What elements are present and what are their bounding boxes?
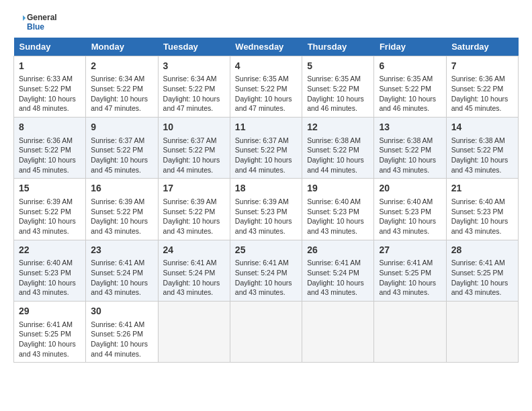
day-cell: 9Sunrise: 6:37 AM Sunset: 5:22 PM Daylig…: [86, 117, 158, 178]
day-info: Sunrise: 6:41 AM Sunset: 5:24 PM Dayligh…: [91, 258, 152, 298]
header-cell-friday: Friday: [374, 38, 446, 56]
day-info: Sunrise: 6:35 AM Sunset: 5:22 PM Dayligh…: [235, 74, 297, 113]
week-row-2: 8Sunrise: 6:36 AM Sunset: 5:22 PM Daylig…: [14, 117, 519, 178]
header-cell-thursday: Thursday: [302, 38, 374, 56]
day-cell: 12Sunrise: 6:38 AM Sunset: 5:22 PM Dayli…: [302, 117, 374, 178]
day-number: 3: [163, 60, 225, 73]
day-number: 8: [19, 121, 81, 134]
day-cell: 13Sunrise: 6:38 AM Sunset: 5:22 PM Dayli…: [374, 117, 446, 178]
calendar-table: SundayMondayTuesdayWednesdayThursdayFrid…: [13, 38, 519, 363]
day-info: Sunrise: 6:38 AM Sunset: 5:22 PM Dayligh…: [451, 136, 513, 175]
day-info: Sunrise: 6:39 AM Sunset: 5:23 PM Dayligh…: [235, 197, 297, 236]
day-number: 4: [235, 60, 297, 73]
header-cell-wednesday: Wednesday: [230, 38, 302, 56]
day-info: Sunrise: 6:34 AM Sunset: 5:22 PM Dayligh…: [163, 74, 225, 113]
day-cell: 25Sunrise: 6:41 AM Sunset: 5:24 PM Dayli…: [230, 240, 302, 301]
day-cell: 29Sunrise: 6:41 AM Sunset: 5:25 PM Dayli…: [14, 301, 86, 362]
day-info: Sunrise: 6:37 AM Sunset: 5:22 PM Dayligh…: [163, 136, 225, 175]
day-info: Sunrise: 6:39 AM Sunset: 5:22 PM Dayligh…: [91, 197, 152, 236]
day-number: 23: [91, 244, 152, 257]
day-cell: 16Sunrise: 6:39 AM Sunset: 5:22 PM Dayli…: [86, 179, 158, 240]
day-info: Sunrise: 6:37 AM Sunset: 5:22 PM Dayligh…: [235, 136, 297, 175]
day-info: Sunrise: 6:35 AM Sunset: 5:22 PM Dayligh…: [379, 74, 441, 113]
day-cell: 22Sunrise: 6:40 AM Sunset: 5:23 PM Dayli…: [14, 240, 86, 301]
day-cell: [374, 301, 446, 362]
day-info: Sunrise: 6:36 AM Sunset: 5:22 PM Dayligh…: [19, 136, 81, 175]
header-cell-saturday: Saturday: [446, 38, 518, 56]
day-info: Sunrise: 6:36 AM Sunset: 5:22 PM Dayligh…: [451, 74, 513, 113]
day-cell: 5Sunrise: 6:35 AM Sunset: 5:22 PM Daylig…: [302, 56, 374, 117]
logo-icon: [13, 15, 26, 30]
svg-marker-1: [23, 15, 26, 21]
day-cell: 1Sunrise: 6:33 AM Sunset: 5:22 PM Daylig…: [14, 56, 86, 117]
day-number: 16: [91, 182, 152, 195]
day-info: Sunrise: 6:41 AM Sunset: 5:25 PM Dayligh…: [19, 320, 81, 359]
header-row: SundayMondayTuesdayWednesdayThursdayFrid…: [14, 38, 519, 56]
week-row-4: 22Sunrise: 6:40 AM Sunset: 5:23 PM Dayli…: [14, 240, 519, 301]
day-number: 25: [235, 244, 297, 257]
day-info: Sunrise: 6:41 AM Sunset: 5:24 PM Dayligh…: [307, 258, 369, 298]
day-cell: 21Sunrise: 6:40 AM Sunset: 5:23 PM Dayli…: [446, 179, 518, 240]
day-info: Sunrise: 6:37 AM Sunset: 5:22 PM Dayligh…: [91, 136, 152, 175]
day-number: 2: [91, 60, 152, 73]
day-cell: 17Sunrise: 6:39 AM Sunset: 5:22 PM Dayli…: [158, 179, 230, 240]
day-number: 24: [163, 244, 225, 257]
day-number: 26: [307, 244, 369, 257]
day-cell: 28Sunrise: 6:41 AM Sunset: 5:25 PM Dayli…: [446, 240, 518, 301]
day-info: Sunrise: 6:41 AM Sunset: 5:25 PM Dayligh…: [451, 258, 513, 298]
day-number: 20: [379, 182, 441, 195]
day-number: 19: [307, 182, 369, 195]
day-info: Sunrise: 6:38 AM Sunset: 5:22 PM Dayligh…: [307, 136, 369, 175]
day-info: Sunrise: 6:41 AM Sunset: 5:24 PM Dayligh…: [163, 258, 225, 298]
day-number: 11: [235, 121, 297, 134]
day-cell: 7Sunrise: 6:36 AM Sunset: 5:22 PM Daylig…: [446, 56, 518, 117]
day-cell: 19Sunrise: 6:40 AM Sunset: 5:23 PM Dayli…: [302, 179, 374, 240]
day-number: 1: [19, 60, 81, 73]
day-number: 10: [163, 121, 225, 134]
day-cell: 26Sunrise: 6:41 AM Sunset: 5:24 PM Dayli…: [302, 240, 374, 301]
day-cell: 10Sunrise: 6:37 AM Sunset: 5:22 PM Dayli…: [158, 117, 230, 178]
day-info: Sunrise: 6:39 AM Sunset: 5:22 PM Dayligh…: [163, 197, 225, 236]
day-cell: 4Sunrise: 6:35 AM Sunset: 5:22 PM Daylig…: [230, 56, 302, 117]
day-info: Sunrise: 6:40 AM Sunset: 5:23 PM Dayligh…: [19, 258, 81, 298]
header-cell-tuesday: Tuesday: [158, 38, 230, 56]
logo-text-line2: Blue: [27, 23, 57, 32]
day-info: Sunrise: 6:35 AM Sunset: 5:22 PM Dayligh…: [307, 74, 369, 113]
day-number: 17: [163, 182, 225, 195]
week-row-3: 15Sunrise: 6:39 AM Sunset: 5:22 PM Dayli…: [14, 179, 519, 240]
day-cell: 14Sunrise: 6:38 AM Sunset: 5:22 PM Dayli…: [446, 117, 518, 178]
day-number: 12: [307, 121, 369, 134]
day-cell: 2Sunrise: 6:34 AM Sunset: 5:22 PM Daylig…: [86, 56, 158, 117]
day-info: Sunrise: 6:39 AM Sunset: 5:22 PM Dayligh…: [19, 197, 81, 236]
day-number: 22: [19, 244, 81, 257]
page-header: General Blue: [13, 13, 519, 32]
day-info: Sunrise: 6:41 AM Sunset: 5:25 PM Dayligh…: [379, 258, 441, 298]
day-number: 15: [19, 182, 81, 195]
day-number: 30: [91, 305, 152, 318]
day-cell: 24Sunrise: 6:41 AM Sunset: 5:24 PM Dayli…: [158, 240, 230, 301]
day-info: Sunrise: 6:38 AM Sunset: 5:22 PM Dayligh…: [379, 136, 441, 175]
day-cell: 6Sunrise: 6:35 AM Sunset: 5:22 PM Daylig…: [374, 56, 446, 117]
day-number: 29: [19, 305, 81, 318]
header-cell-monday: Monday: [86, 38, 158, 56]
day-cell: 30Sunrise: 6:41 AM Sunset: 5:26 PM Dayli…: [86, 301, 158, 362]
day-cell: 8Sunrise: 6:36 AM Sunset: 5:22 PM Daylig…: [14, 117, 86, 178]
day-number: 6: [379, 60, 441, 73]
day-info: Sunrise: 6:40 AM Sunset: 5:23 PM Dayligh…: [379, 197, 441, 236]
day-number: 13: [379, 121, 441, 134]
day-cell: 23Sunrise: 6:41 AM Sunset: 5:24 PM Dayli…: [86, 240, 158, 301]
day-info: Sunrise: 6:34 AM Sunset: 5:22 PM Dayligh…: [91, 74, 152, 113]
day-number: 14: [451, 121, 513, 134]
header-cell-sunday: Sunday: [14, 38, 86, 56]
day-info: Sunrise: 6:41 AM Sunset: 5:26 PM Dayligh…: [91, 320, 152, 359]
day-cell: [158, 301, 230, 362]
day-cell: 27Sunrise: 6:41 AM Sunset: 5:25 PM Dayli…: [374, 240, 446, 301]
day-cell: 18Sunrise: 6:39 AM Sunset: 5:23 PM Dayli…: [230, 179, 302, 240]
week-row-1: 1Sunrise: 6:33 AM Sunset: 5:22 PM Daylig…: [14, 56, 519, 117]
week-row-5: 29Sunrise: 6:41 AM Sunset: 5:25 PM Dayli…: [14, 301, 519, 362]
day-number: 28: [451, 244, 513, 257]
logo-text-line1: General: [27, 13, 57, 23]
day-number: 27: [379, 244, 441, 257]
day-info: Sunrise: 6:40 AM Sunset: 5:23 PM Dayligh…: [307, 197, 369, 236]
day-cell: [302, 301, 374, 362]
